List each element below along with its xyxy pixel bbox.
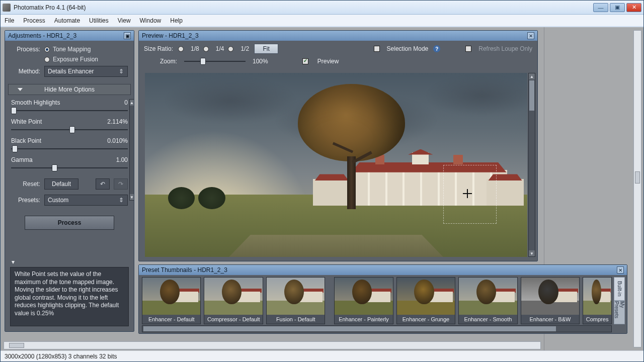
method-select[interactable]: Details Enhancer ⇕ [44,66,128,77]
preset-thumbnails-close-icon[interactable]: ✕ [617,266,624,274]
adjustments-panel-close-icon[interactable]: ▣ [124,32,131,39]
menu-process[interactable]: Process [23,17,45,24]
presets-label: Presets: [11,197,40,204]
reset-label: Reset: [11,180,40,188]
preset-thumbnails-panel-title: Preset Thumbnails - HDR1_2_3 [142,266,227,274]
scroll-down-icon[interactable]: ▼ [529,250,535,256]
menu-window[interactable]: Window [140,17,162,24]
gamma-slider[interactable] [11,164,128,171]
preset-card-label: Compressor - Default [204,315,262,324]
presets-select-value: Custom [48,197,68,204]
preview-panel-close-icon[interactable]: ✕ [527,32,534,39]
help-icon[interactable]: ? [433,45,440,52]
redo-button[interactable]: ↷ [114,178,128,190]
method-select-value: Details Enhancer [48,68,94,75]
preview-panel-title: Preview - HDR1_2_3 [142,32,199,39]
black-point-slider-group: Black Point0.010% [11,137,128,152]
preset-card[interactable]: Enhancer - B&W [521,277,580,324]
size-ratio-label: Size Ratio: [144,45,173,52]
scroll-down-icon[interactable]: ▼ [130,194,134,200]
preset-card[interactable]: Enhancer - Painterly [334,277,393,324]
black-point-slider[interactable] [11,145,128,152]
preset-card[interactable]: Compres [583,277,612,324]
preset-card-label: Enhancer - B&W [521,315,579,324]
method-label: Method: [11,68,40,75]
chevron-updown-icon: ⇕ [118,197,124,204]
menu-bar: File Process Automate Utilities View Win… [1,15,643,27]
preview-checkbox[interactable] [302,58,308,64]
presets-select[interactable]: Custom ⇕ [44,195,128,206]
window-minimize-button[interactable]: — [593,3,608,12]
preset-card[interactable]: Enhancer - Smooth [458,277,517,324]
window-close-button[interactable]: ✕ [626,3,641,12]
menu-utilities[interactable]: Utilities [89,17,109,24]
adjustments-panel: Adjustments - HDR1_2_3 ▣ Process: Tone M… [5,30,134,332]
process-exposure-fusion-label[interactable]: Exposure Fusion [53,56,98,63]
preset-card[interactable]: Enhancer - Grunge [396,277,455,324]
smooth-highlights-slider-group: Smooth Highlights0 [11,99,128,114]
tab-built-in[interactable]: Built-in [614,277,625,301]
process-label: Process: [11,46,40,53]
process-exposure-fusion-radio[interactable] [44,57,50,62]
adjustments-panel-title: Adjustments - HDR1_2_3 [8,32,76,39]
app-icon [3,4,11,12]
adjustments-scrollbar[interactable]: ▲ ▼ [129,99,134,201]
zoom-value: 100% [253,58,268,65]
smooth-highlights-slider[interactable] [11,107,128,114]
zoom-slider[interactable] [184,58,246,65]
process-tone-mapping-radio[interactable] [44,47,50,52]
status-text: 3000x2000 (1280x853) 3 channels 32 bits [5,353,117,360]
menu-file[interactable]: File [5,17,14,24]
gamma-slider-group: Gamma1.00 [11,156,128,171]
help-description: ▾ White Point sets the value of the maxi… [10,267,129,326]
window-maximize-button[interactable]: ▣ [610,3,625,12]
preset-card-label: Enhancer - Grunge [397,315,455,324]
preview-panel: Preview - HDR1_2_3 ✕ Size Ratio: 1/8 1/4… [138,30,538,261]
preset-card[interactable]: Compressor - Default [204,277,263,324]
scroll-up-icon[interactable]: ▲ [130,100,134,106]
menu-automate[interactable]: Automate [54,17,80,24]
preset-thumbnails-panel: Preset Thumbnails - HDR1_2_3 ✕ Enhancer … [138,264,627,334]
process-tone-mapping-label[interactable]: Tone Mapping [53,46,91,53]
size-ratio-1-2-2-radio[interactable] [228,46,233,52]
hide-more-options-toggle[interactable]: Hide More Options [8,84,131,95]
preset-card[interactable]: Fusion - Default [266,277,325,324]
scroll-up-icon[interactable]: ▲ [529,73,535,79]
client-horizontal-scrollbar-thumb[interactable] [9,343,24,348]
preview-scrollbar-thumb[interactable] [529,80,534,111]
preset-card-label: Enhancer - Painterly [335,315,392,324]
undo-button[interactable]: ↶ [96,178,110,190]
menu-help[interactable]: Help [170,17,183,24]
size-ratio-1-8-radio[interactable] [178,46,184,52]
client-vertical-scrollbar-thumb[interactable] [635,171,640,184]
zoom-label: Zoom: [160,58,177,65]
process-button[interactable]: Process [25,216,114,230]
size-ratio-1-4-radio[interactable] [203,46,209,52]
fit-button[interactable]: Fit [254,44,278,54]
preset-card[interactable]: Enhancer - Default [142,277,201,324]
menu-view[interactable]: View [118,17,131,24]
preset-card-label: Enhancer - Default [142,315,200,324]
preset-horizontal-scrollbar[interactable] [142,325,612,332]
preview-checkbox-label[interactable]: Preview [317,58,339,65]
preset-scrollbar-thumb[interactable] [143,326,556,331]
white-point-slider[interactable] [11,126,128,133]
selection-mode-checkbox[interactable] [374,46,380,52]
preset-card-label: Fusion - Default [267,315,325,324]
refresh-loupe-label[interactable]: Refresh Loupe Only [478,45,532,52]
preset-card-label: Compres [583,315,611,324]
white-point-slider-group: White Point2.114% [11,118,128,133]
default-button[interactable]: Default [44,178,78,190]
client-horizontal-scrollbar[interactable] [4,341,541,349]
preset-card-label: Enhancer - Smooth [459,315,517,324]
triangle-down-icon[interactable]: ▾ [12,258,15,266]
move-cursor-icon [463,189,472,198]
chevron-updown-icon: ⇕ [118,68,124,75]
refresh-loupe-checkbox[interactable] [465,46,471,52]
selection-mode-label[interactable]: Selection Mode [387,45,429,52]
preview-vertical-scrollbar[interactable]: ▲ ▼ [528,73,535,257]
preview-image[interactable] [145,73,527,257]
tab-my-presets[interactable]: My Presets [614,301,625,324]
client-vertical-scrollbar[interactable] [633,30,641,347]
window-title: Photomatix Pro 4.1 (64-bit) [14,4,592,11]
